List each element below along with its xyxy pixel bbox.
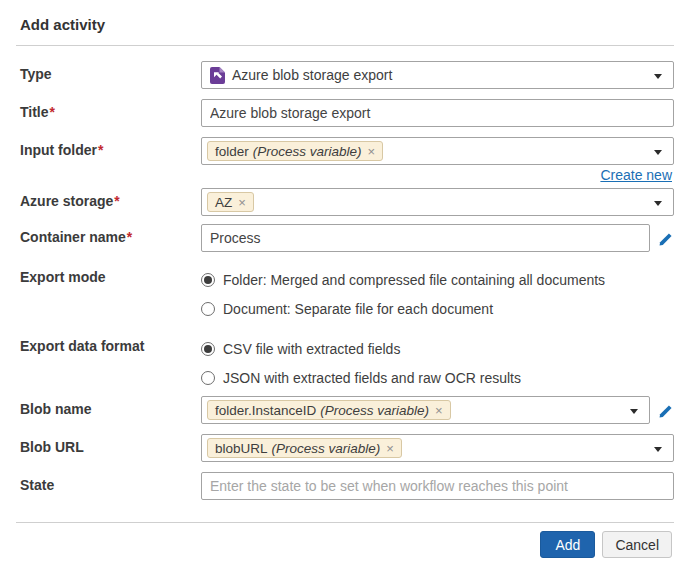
form-row-container-name: Container name* — [16, 224, 674, 252]
required-asterisk: * — [127, 229, 132, 245]
chevron-down-icon — [630, 409, 638, 414]
form-row-blob-url: Blob URL blobURL (Process variable) × — [16, 434, 674, 462]
chevron-down-icon — [654, 447, 662, 452]
remove-tag-icon[interactable]: × — [366, 144, 376, 159]
type-select[interactable]: Azure blob storage export — [201, 61, 674, 89]
title-label: Title* — [16, 99, 201, 120]
dialog-footer: Add Cancel — [16, 523, 674, 558]
required-asterisk: * — [50, 104, 55, 120]
azure-export-file-icon — [210, 67, 225, 84]
blob-name-select[interactable]: folder.InstanceID (Process variable) × — [201, 396, 650, 424]
remove-tag-icon[interactable]: × — [384, 441, 394, 456]
cancel-button[interactable]: Cancel — [602, 531, 672, 558]
azure-storage-select[interactable]: AZ × — [201, 188, 674, 216]
form-row-export-mode: Export mode Folder: Merged and compresse… — [16, 266, 674, 319]
radio-option-export-mode-folder[interactable]: Folder: Merged and compressed file conta… — [201, 270, 605, 290]
title-input[interactable] — [201, 99, 674, 127]
edit-pencil-icon[interactable] — [659, 231, 674, 246]
radio-option-label: JSON with extracted fields and raw OCR r… — [223, 368, 521, 388]
export-data-format-label: Export data format — [16, 335, 201, 354]
remove-tag-icon[interactable]: × — [433, 403, 443, 418]
input-folder-select[interactable]: folder (Process variable) × — [201, 137, 674, 165]
radio-button-icon[interactable] — [201, 273, 215, 287]
chevron-down-icon — [654, 74, 662, 79]
chevron-down-icon — [654, 201, 662, 206]
radio-button-icon[interactable] — [201, 342, 215, 356]
radio-button-icon[interactable] — [201, 371, 215, 385]
radio-option-format-json[interactable]: JSON with extracted fields and raw OCR r… — [201, 368, 521, 388]
form-row-type: Type Azure blob storage export — [16, 61, 674, 89]
remove-tag-icon[interactable]: × — [236, 195, 246, 210]
form-row-blob-name: Blob name folder.InstanceID (Process var… — [16, 396, 674, 424]
radio-option-label: Document: Separate file for each documen… — [223, 299, 493, 319]
tag-kind: (Process variable) — [272, 441, 381, 456]
form-row-title: Title* — [16, 99, 674, 127]
container-name-label: Container name* — [16, 224, 201, 245]
create-new-row: Create new — [16, 167, 674, 183]
form-row-state: State — [16, 472, 674, 500]
radio-button-icon[interactable] — [201, 302, 215, 316]
tag-kind: (Process variable) — [253, 144, 362, 159]
blob-name-label: Blob name — [16, 396, 201, 417]
dialog-title: Add activity — [20, 16, 674, 34]
radio-option-label: Folder: Merged and compressed file conta… — [223, 270, 605, 290]
add-activity-dialog: Add activity Type Azure blob storage exp… — [0, 0, 690, 558]
required-asterisk: * — [98, 142, 103, 158]
radio-option-label: CSV file with extracted fields — [223, 339, 400, 359]
container-name-input[interactable] — [201, 224, 650, 252]
tag-name: folder.InstanceID — [215, 403, 316, 418]
radio-option-format-csv[interactable]: CSV file with extracted fields — [201, 339, 400, 359]
blob-name-tag: folder.InstanceID (Process variable) × — [207, 400, 451, 420]
edit-pencil-icon[interactable] — [659, 403, 674, 418]
header-divider — [16, 45, 674, 46]
azure-storage-tag: AZ × — [207, 192, 254, 212]
form-row-azure-storage: Azure storage* AZ × — [16, 188, 674, 216]
chevron-down-icon — [654, 150, 662, 155]
input-folder-label: Input folder* — [16, 137, 201, 158]
radio-option-export-mode-document[interactable]: Document: Separate file for each documen… — [201, 299, 493, 319]
type-label: Type — [16, 61, 201, 82]
create-new-link[interactable]: Create new — [600, 167, 672, 183]
input-folder-tag: folder (Process variable) × — [207, 141, 383, 161]
export-mode-label: Export mode — [16, 266, 201, 285]
blob-url-label: Blob URL — [16, 434, 201, 455]
form-row-input-folder: Input folder* folder (Process variable) … — [16, 137, 674, 165]
blob-url-select[interactable]: blobURL (Process variable) × — [201, 434, 674, 462]
azure-storage-label: Azure storage* — [16, 188, 201, 209]
blob-url-tag: blobURL (Process variable) × — [207, 438, 402, 458]
state-input[interactable] — [201, 472, 674, 500]
tag-kind: (Process variable) — [320, 403, 429, 418]
required-asterisk: * — [114, 193, 119, 209]
state-label: State — [16, 472, 201, 493]
tag-name: AZ — [215, 195, 232, 210]
form-row-export-data-format: Export data format CSV file with extract… — [16, 335, 674, 388]
add-button[interactable]: Add — [540, 531, 595, 558]
tag-name: folder — [215, 144, 249, 159]
type-value: Azure blob storage export — [232, 67, 392, 83]
tag-name: blobURL — [215, 441, 268, 456]
